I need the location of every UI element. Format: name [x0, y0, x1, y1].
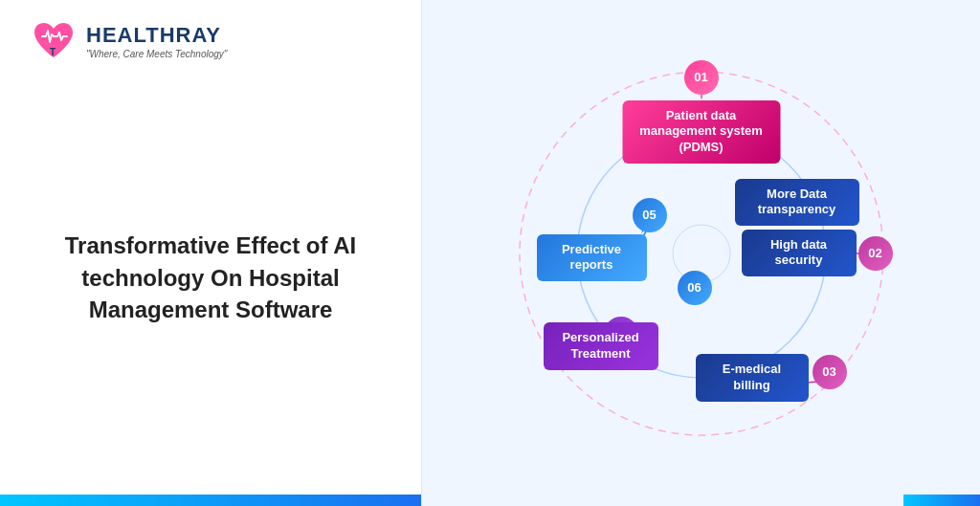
diagram-container: 01 Patient data management system (PDMS)…: [491, 43, 912, 464]
label-patient-data: Patient data management system (PDMS): [622, 100, 780, 165]
badge-02: 02: [858, 236, 893, 271]
logo-text-block: HEALTHRAY "Where, Care Meets Technology": [86, 25, 227, 59]
label-emedical-billing: E-medical billing: [696, 354, 809, 402]
logo-area: T HEALTHRAY "Where, Care Meets Technolog…: [29, 19, 392, 65]
badge-03: 03: [813, 355, 847, 389]
badge-05: 05: [633, 198, 667, 232]
svg-text:T: T: [50, 47, 56, 57]
bottom-accent-bar: [0, 495, 421, 506]
logo-tagline: "Where, Care Meets Technology": [86, 49, 227, 59]
label-high-data-security: High data security: [742, 230, 857, 277]
badge-06: 06: [678, 271, 712, 305]
right-panel: 01 Patient data management system (PDMS)…: [421, 0, 980, 506]
badge-01: 01: [684, 60, 719, 95]
main-heading: Transformative Effect of AI technology O…: [48, 230, 373, 326]
label-personalized-treatment: Personalized Treatment: [544, 322, 658, 370]
label-more-data-transparency: More Data transparency: [735, 179, 859, 227]
logo-icon: T: [29, 19, 78, 65]
label-predictive-reports: Predictive reports: [537, 234, 647, 282]
left-panel: T HEALTHRAY "Where, Care Meets Technolog…: [0, 0, 421, 506]
main-title-block: Transformative Effect of AI technology O…: [29, 210, 392, 345]
bottom-accent-right: [903, 495, 980, 506]
logo-name: HEALTHRAY: [86, 25, 227, 46]
